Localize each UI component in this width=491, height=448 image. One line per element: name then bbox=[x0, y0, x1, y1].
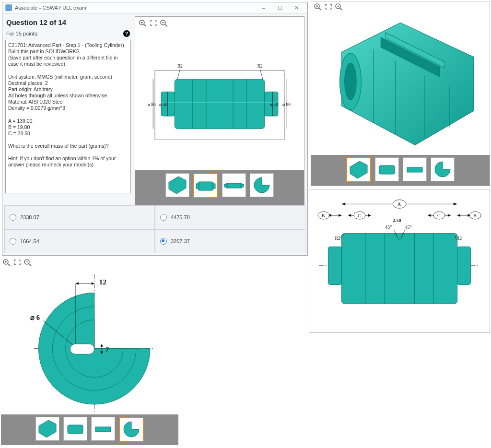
dim-d50-left: ⌀ 50 bbox=[159, 102, 167, 107]
svg-line-21 bbox=[260, 70, 263, 80]
thumb-front[interactable] bbox=[375, 157, 399, 181]
thumb-front[interactable] bbox=[193, 173, 218, 198]
zoom-in-icon[interactable] bbox=[2, 258, 12, 267]
zoom-out-icon[interactable] bbox=[334, 2, 344, 11]
svg-line-6 bbox=[165, 24, 167, 26]
question-heading: Question 12 of 14 bbox=[6, 18, 130, 26]
svg-rect-53 bbox=[328, 247, 342, 284]
answers-grid: 2338.07 4475.78 1664.54 3207.37 bbox=[4, 205, 305, 253]
svg-rect-107 bbox=[95, 427, 111, 432]
svg-marker-80 bbox=[428, 214, 431, 217]
zoom-out-icon[interactable] bbox=[159, 19, 169, 27]
answer-option[interactable]: 3207.37 bbox=[155, 229, 305, 253]
svg-rect-27 bbox=[198, 182, 213, 190]
svg-marker-40 bbox=[342, 23, 474, 145]
answer-option[interactable]: 1664.54 bbox=[4, 229, 155, 253]
section-view-drawing: 12 7 ⌀ 6 bbox=[11, 270, 169, 418]
iso-viewer[interactable] bbox=[311, 13, 490, 160]
svg-rect-0 bbox=[6, 5, 12, 11]
radio-icon[interactable] bbox=[160, 214, 167, 221]
thumb-top[interactable] bbox=[222, 173, 246, 197]
dim-d80-left: ⌀ 80 bbox=[148, 102, 156, 107]
dim-r2-left: R2 bbox=[335, 236, 341, 241]
zoom-toolbar bbox=[313, 2, 344, 11]
svg-marker-99 bbox=[92, 282, 94, 285]
thumb-top[interactable] bbox=[91, 417, 115, 441]
zoom-toolbar bbox=[138, 19, 169, 27]
svg-rect-30 bbox=[226, 183, 242, 188]
image-viewer: R2 R2 ⌀ 80 ⌀ 50 ⌀ 50 ⌀ 80 bbox=[135, 16, 304, 205]
points-label: For 15 points: bbox=[6, 31, 38, 36]
question-body: C21701: Advanced Part - Step 1 - (Toolin… bbox=[5, 40, 131, 193]
svg-line-34 bbox=[319, 8, 321, 10]
thumb-iso[interactable] bbox=[165, 173, 189, 197]
svg-marker-102 bbox=[100, 344, 103, 347]
thumbnail-strip bbox=[135, 170, 304, 205]
dim-B-left: B bbox=[322, 213, 325, 218]
answer-value: 2338.07 bbox=[20, 214, 39, 220]
answer-value: 1664.54 bbox=[20, 238, 39, 244]
dim-ang-left: 45° bbox=[385, 224, 392, 230]
svg-marker-49 bbox=[350, 161, 367, 178]
svg-marker-98 bbox=[76, 282, 79, 285]
svg-rect-96 bbox=[70, 344, 94, 354]
zoom-fit-icon[interactable] bbox=[324, 2, 333, 11]
svg-marker-69 bbox=[339, 214, 341, 217]
radio-icon[interactable] bbox=[160, 238, 167, 245]
thumbnail-strip bbox=[311, 155, 490, 186]
zoom-in-icon[interactable] bbox=[313, 2, 323, 11]
svg-marker-26 bbox=[169, 177, 186, 194]
zoom-out-icon[interactable] bbox=[23, 258, 33, 267]
answer-option[interactable]: 4475.78 bbox=[155, 205, 305, 229]
svg-rect-55 bbox=[457, 247, 471, 284]
svg-rect-18 bbox=[161, 102, 278, 103]
svg-line-2 bbox=[144, 24, 146, 26]
svg-point-44 bbox=[345, 63, 356, 100]
zoom-fit-icon[interactable] bbox=[149, 19, 158, 27]
thumb-iso[interactable] bbox=[35, 417, 59, 441]
svg-rect-106 bbox=[68, 425, 83, 434]
svg-rect-29 bbox=[212, 184, 215, 189]
thumbnail-strip bbox=[1, 414, 178, 445]
answer-value: 3207.37 bbox=[171, 238, 190, 244]
dim-A: A bbox=[397, 201, 401, 207]
app-icon bbox=[5, 4, 12, 11]
zoom-fit-icon[interactable] bbox=[12, 258, 22, 267]
svg-marker-76 bbox=[348, 214, 351, 217]
dim-ang-right: 45° bbox=[405, 224, 412, 230]
radio-icon[interactable] bbox=[10, 238, 16, 245]
minimize-button[interactable]: – bbox=[256, 3, 272, 12]
dim-chamfer: 2.50 bbox=[393, 218, 401, 223]
svg-rect-8 bbox=[175, 79, 265, 129]
zoom-in-icon[interactable] bbox=[138, 19, 148, 27]
radio-icon[interactable] bbox=[10, 214, 16, 221]
svg-line-92 bbox=[29, 264, 31, 266]
dim-d50-right: ⌀ 50 bbox=[270, 102, 278, 107]
answer-option[interactable]: 2338.07 bbox=[4, 205, 155, 229]
close-button[interactable]: ✕ bbox=[288, 3, 304, 12]
exam-window: Associate - CSWA FULL exam – ☐ ✕ Questio… bbox=[2, 2, 308, 256]
thumb-section[interactable] bbox=[119, 417, 144, 442]
svg-rect-51 bbox=[407, 167, 422, 172]
answer-value: 4475.78 bbox=[171, 214, 190, 220]
question-panel: Question 12 of 14 For 15 points: ? C2170… bbox=[5, 16, 131, 193]
dim-12: 12 bbox=[99, 278, 106, 286]
thumb-top[interactable] bbox=[403, 157, 427, 181]
dim-d6: ⌀ 6 bbox=[30, 314, 40, 321]
thumb-iso[interactable] bbox=[346, 157, 371, 182]
svg-marker-65 bbox=[454, 202, 457, 205]
thumb-section[interactable] bbox=[431, 157, 455, 181]
maximize-button[interactable]: ☐ bbox=[272, 3, 288, 12]
section-viewer-panel: 12 7 ⌀ 6 bbox=[1, 257, 178, 445]
front-view-drawing: R2 R2 ⌀ 80 ⌀ 50 ⌀ 50 ⌀ 80 bbox=[148, 42, 292, 162]
svg-marker-64 bbox=[341, 202, 345, 205]
help-icon[interactable]: ? bbox=[123, 30, 130, 37]
svg-marker-72 bbox=[457, 214, 460, 217]
titlebar[interactable]: Associate - CSWA FULL exam – ☐ ✕ bbox=[2, 2, 307, 13]
dim-r2-right: R2 bbox=[456, 236, 462, 241]
zoom-toolbar bbox=[2, 258, 33, 267]
thumb-front[interactable] bbox=[63, 417, 87, 441]
thumb-section[interactable] bbox=[250, 173, 274, 197]
svg-line-20 bbox=[177, 70, 180, 80]
top-view-panel: A B B C C 2.50 45° 45° bbox=[309, 189, 490, 333]
